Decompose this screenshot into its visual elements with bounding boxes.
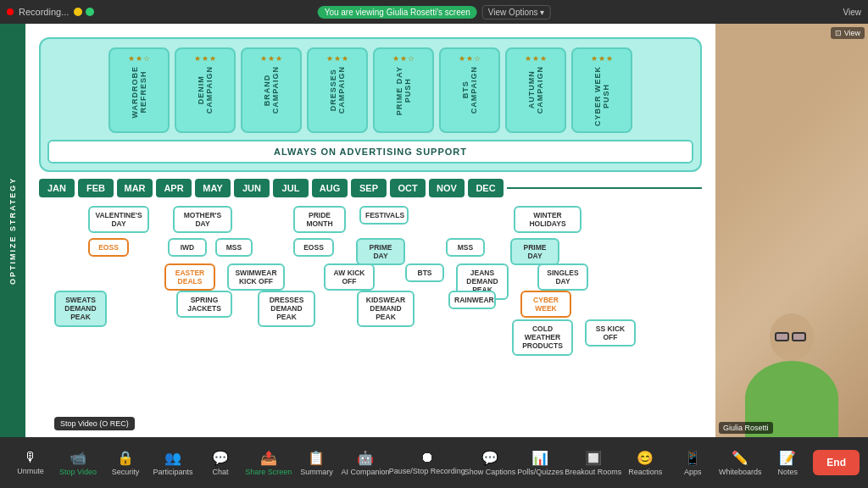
whiteboards-label: Whiteboards — [719, 468, 762, 476]
toolbar-whiteboards[interactable]: ✏️ Whiteboards — [718, 446, 762, 480]
top-bar-right: View — [843, 8, 862, 17]
video-panel: Giulia Rosetti ⊡ View — [715, 24, 868, 437]
sidebar-label: OPTIMIZE STRATEGY — [8, 176, 17, 284]
notes-label: Notes — [778, 468, 798, 476]
recording-indicator — [7, 8, 14, 15]
month-aug: AUG — [312, 179, 348, 197]
month-sep: SEP — [351, 179, 387, 197]
participants-icon: 👥 — [164, 450, 181, 466]
event-eoss2: EOSS — [293, 238, 334, 257]
event-iwd: IWD — [168, 238, 207, 257]
campaign-stars-7: ★★★ — [525, 54, 548, 63]
campaign-stars-4: ★★★ — [326, 54, 349, 63]
campaign-name-4: DRESSESCAMPAIGN — [329, 66, 346, 114]
toolbar-participants[interactable]: 👥 Participants — [151, 446, 195, 480]
month-jan: JAN — [39, 179, 75, 197]
event-cold-weather: COLD WEATHER PRODUCTS — [512, 319, 573, 356]
toolbar-reactions[interactable]: 😊 Reactions — [623, 446, 667, 480]
toolbar-ai-companion[interactable]: 🤖 AI Companion — [342, 446, 388, 480]
always-on-bar: ALWAYS ON ADVERTISING SUPPORT — [47, 140, 693, 164]
event-easter: EASTER DEALS — [164, 263, 215, 291]
event-ss-kick: SS KICK OFF — [585, 319, 636, 347]
month-mar: MAR — [117, 179, 153, 197]
event-mss2: MSS — [446, 238, 485, 257]
toolbar-apps[interactable]: 📱 Apps — [670, 446, 715, 480]
event-swimwear: SWIMWEAR KICK OFF — [227, 263, 285, 291]
toolbar-captions[interactable]: 💬 Show Captions — [465, 446, 515, 480]
toolbar-security[interactable]: 🔒 Security — [103, 446, 147, 480]
view-options-button[interactable]: View Options ▾ — [482, 5, 551, 19]
share-screen-label: Share Screen — [245, 468, 292, 476]
captions-label: Show Captions — [465, 468, 516, 476]
event-dresses-demand: DRESSES DEMAND PEAK — [258, 291, 315, 327]
campaign-name-1: WARDROBEREFRESH — [131, 66, 147, 119]
toolbar-stop-video[interactable]: 📹 Stop Video — [56, 446, 100, 480]
toolbar-chat[interactable]: 💬 Chat — [198, 446, 242, 480]
event-spring-jackets: SPRING JACKETS — [176, 291, 232, 318]
event-singles: SINGLES DAY — [537, 263, 588, 291]
event-kidswear: KIDSWEAR DEMAND PEAK — [357, 291, 415, 327]
video-name-tag: Giulia Rosetti — [719, 422, 773, 434]
notes-icon: 📝 — [779, 450, 796, 466]
campaign-cyberweek: ★★★ CYBER WEEKPUSH — [571, 47, 632, 133]
chat-label: Chat — [212, 468, 228, 476]
recording-icon: ⏺ — [420, 450, 434, 465]
minimize-btn[interactable] — [74, 8, 82, 16]
campaign-stars-6: ★★☆ — [459, 54, 481, 63]
main-content: OPTIMIZE STRATEGY ★★☆ WARDROBEREFRESH ★★… — [0, 24, 868, 437]
ai-label: AI Companion — [341, 468, 389, 476]
maximize-btn[interactable] — [86, 8, 94, 16]
toolbar-breakout[interactable]: 🔲 Breakout Rooms — [566, 446, 620, 480]
stop-video-tooltip: Stop Video (O REC) — [54, 417, 135, 430]
share-screen-icon: 📤 — [260, 450, 277, 466]
recording-label: Recording... — [19, 7, 69, 17]
video-view-button[interactable]: ⊡ View — [831, 27, 865, 39]
participants-label: Participants — [153, 468, 192, 476]
month-jun: JUN — [234, 179, 270, 197]
campaign-stars-3: ★★★ — [260, 54, 283, 63]
apps-icon: 📱 — [684, 450, 701, 466]
toolbar-unmute[interactable]: 🎙 Unmute — [8, 446, 53, 479]
campaign-dresses: ★★★ DRESSESCAMPAIGN — [307, 47, 368, 133]
breakout-icon: 🔲 — [585, 450, 602, 466]
toolbar-notes[interactable]: 📝 Notes — [765, 446, 810, 480]
event-festivals: FESTIVALS — [359, 206, 409, 225]
bottom-toolbar: 🎙 Unmute 📹 Stop Video 🔒 Security 👥 Parti… — [0, 437, 868, 488]
reactions-label: Reactions — [628, 468, 662, 476]
chat-icon: 💬 — [212, 450, 229, 466]
toolbar-summary[interactable]: 📋 Summary — [294, 446, 338, 480]
campaign-bts: ★★☆ BTSCAMPAIGN — [439, 47, 500, 133]
toolbar-share-screen[interactable]: 📤 Share Screen — [246, 446, 291, 480]
whiteboards-icon: ✏️ — [732, 450, 748, 466]
security-label: Security — [112, 468, 140, 476]
campaign-autumn: ★★★ AUTUMNCAMPAIGN — [505, 47, 566, 133]
campaign-brand: ★★★ BRANDCAMPAIGN — [241, 47, 302, 133]
campaign-stars-2: ★★★ — [194, 54, 217, 63]
ai-icon: 🤖 — [357, 450, 374, 466]
security-icon: 🔒 — [117, 450, 134, 466]
month-may: MAY — [195, 179, 231, 197]
month-dec: DEC — [468, 179, 504, 197]
months-row: JAN FEB MAR APR MAY JUN JUL AUG SEP OCT … — [39, 179, 702, 197]
event-mss1: MSS — [215, 238, 253, 257]
toolbar-polls[interactable]: 📊 Polls/Quizzes — [518, 446, 563, 480]
end-button[interactable]: End — [813, 450, 860, 475]
top-bar-center: You are viewing Giulia Rosetti's screen … — [318, 5, 551, 19]
summary-label: Summary — [300, 468, 333, 476]
event-pride: PRIDE MONTH — [293, 206, 346, 233]
month-oct: OCT — [390, 179, 426, 197]
apps-label: Apps — [684, 468, 702, 476]
event-rainwear: RAINWEAR — [448, 291, 496, 309]
polls-label: Polls/Quizzes — [517, 468, 564, 476]
reactions-icon: 😊 — [637, 450, 654, 466]
event-eoss1: EOSS — [88, 238, 129, 257]
campaign-stars-1: ★★☆ — [128, 54, 151, 63]
slide-area: ★★☆ WARDROBEREFRESH ★★★ DENIMCAMPAIGN ★★… — [25, 24, 715, 437]
toolbar-recording[interactable]: ⏺ Pause/Stop Recording — [392, 446, 462, 479]
campaign-wardrobe: ★★☆ WARDROBEREFRESH — [108, 47, 170, 133]
video-icon: 📹 — [70, 450, 86, 466]
top-bar: Recording... You are viewing Giulia Rose… — [0, 0, 868, 24]
unmute-label: Unmute — [17, 467, 44, 475]
campaign-stars-8: ★★★ — [591, 54, 614, 63]
month-jul: JUL — [273, 179, 309, 197]
